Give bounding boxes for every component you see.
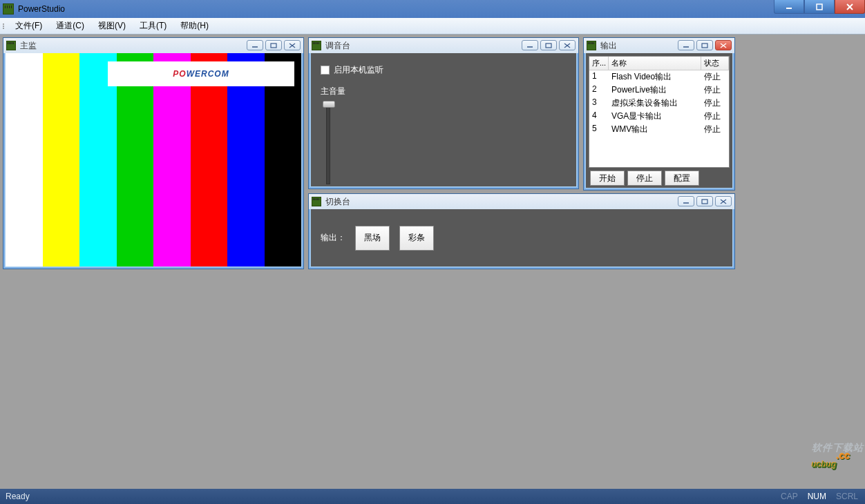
output-label: 输出：: [321, 232, 345, 244]
statusbar: Ready CAP NUM SCRL: [0, 489, 865, 504]
stop-button[interactable]: 停止: [627, 171, 662, 186]
svg-rect-13: [702, 43, 707, 48]
output-titlebar[interactable]: 输出: [584, 38, 734, 53]
mixer-title: 调音台: [325, 40, 350, 52]
close-button[interactable]: [835, 0, 865, 14]
col-seq[interactable]: 序...: [589, 57, 609, 70]
clapper-icon: [587, 41, 596, 50]
col-name[interactable]: 名称: [609, 57, 701, 70]
switcher-title: 切换台: [325, 196, 350, 208]
local-listen-label: 启用本机监听: [334, 64, 383, 76]
menu-file[interactable]: 文件(F): [8, 18, 49, 34]
output-window: 输出 序... 名称 状态 1Flash Video输出停止2PowerLive…: [583, 37, 735, 191]
switcher-minimize-button[interactable]: [678, 196, 694, 206]
output-title: 输出: [600, 40, 617, 52]
output-close-button[interactable]: [715, 40, 732, 50]
menu-tools[interactable]: 工具(T): [133, 18, 173, 34]
monitor-minimize-button[interactable]: [247, 40, 263, 50]
mixer-close-button[interactable]: [559, 40, 576, 50]
local-listen-checkbox[interactable]: [321, 66, 330, 75]
app-icon: [3, 3, 14, 14]
menu-channel[interactable]: 通道(C): [49, 18, 91, 34]
clapper-icon: [6, 41, 16, 50]
monitor-maximize-button[interactable]: [265, 40, 282, 50]
color-bar: [6, 53, 43, 266]
switcher-window: 切换台 输出： 黑场 彩条: [308, 193, 735, 269]
powercom-logo: POWERCOM: [108, 61, 294, 86]
logo-part-2: WERCOM: [187, 69, 229, 79]
svg-rect-1: [817, 4, 822, 10]
menu-view[interactable]: 视图(V): [91, 18, 133, 34]
output-row[interactable]: 5WMV输出停止: [589, 123, 729, 136]
window-controls: [774, 0, 865, 14]
clapper-icon: [312, 197, 321, 206]
app-title: PowerStudio: [18, 4, 65, 14]
output-body: 序... 名称 状态 1Flash Video输出停止2PowerLive输出停…: [586, 53, 732, 188]
status-cap: CAP: [781, 492, 798, 501]
switcher-close-button[interactable]: [715, 196, 732, 206]
mixer-maximize-button[interactable]: [540, 40, 557, 50]
watermark-small: 软件下载站: [812, 442, 864, 454]
bars-button[interactable]: 彩条: [399, 226, 434, 251]
col-status[interactable]: 状态: [701, 57, 729, 70]
monitor-title: 主监: [20, 40, 37, 52]
logo-part-1: PO: [173, 69, 186, 79]
output-row[interactable]: 2PowerLive输出停止: [589, 84, 729, 97]
mixer-window: 调音台 启用本机监听 主音量: [308, 37, 579, 189]
switcher-titlebar[interactable]: 切换台: [309, 194, 734, 209]
menu-help[interactable]: 帮助(H): [173, 18, 216, 34]
output-row[interactable]: 1Flash Video输出停止: [589, 70, 729, 84]
mixer-minimize-button[interactable]: [522, 40, 538, 50]
color-bar: [43, 53, 80, 266]
monitor-body: POWERCOM: [6, 53, 301, 266]
master-volume-slider-track[interactable]: [326, 101, 330, 184]
switcher-maximize-button[interactable]: [696, 196, 713, 206]
black-button[interactable]: 黑场: [355, 226, 390, 251]
output-row[interactable]: 4VGA显卡输出停止: [589, 110, 729, 123]
output-row[interactable]: 3虚拟采集设备输出停止: [589, 97, 729, 110]
mixer-titlebar[interactable]: 调音台: [309, 38, 578, 53]
output-maximize-button[interactable]: [696, 40, 713, 50]
output-buttons: 开始 停止 配置: [589, 168, 730, 186]
menubar: 文件(F) 通道(C) 视图(V) 工具(T) 帮助(H): [0, 18, 865, 35]
mixer-body: 启用本机监听 主音量: [311, 53, 576, 186]
config-button[interactable]: 配置: [665, 171, 699, 186]
mdi-area: 主监 POWERCOM 调音台: [0, 35, 865, 489]
output-minimize-button[interactable]: [678, 40, 694, 50]
output-list[interactable]: 序... 名称 状态 1Flash Video输出停止2PowerLive输出停…: [589, 56, 730, 168]
switcher-body: 输出： 黑场 彩条: [311, 209, 732, 266]
status-scrl: SCRL: [836, 492, 858, 501]
watermark-main: ucbug.cc: [812, 460, 850, 469]
menubar-grip: [3, 23, 4, 29]
monitor-close-button[interactable]: [284, 40, 301, 50]
output-list-header: 序... 名称 状态: [589, 57, 729, 70]
monitor-titlebar[interactable]: 主监: [3, 38, 303, 53]
maximize-button[interactable]: [804, 0, 835, 14]
status-ready: Ready: [6, 492, 30, 501]
clapper-icon: [312, 41, 321, 50]
status-num: NUM: [808, 492, 826, 501]
svg-rect-17: [702, 200, 707, 204]
svg-rect-9: [546, 43, 551, 48]
main-titlebar: PowerStudio: [0, 0, 865, 18]
master-volume-slider-thumb[interactable]: [323, 101, 335, 108]
watermark: 软件下载站 ucbug.cc: [812, 442, 864, 472]
start-button[interactable]: 开始: [590, 171, 625, 186]
monitor-window: 主监 POWERCOM: [3, 37, 304, 269]
minimize-button[interactable]: [774, 0, 804, 14]
master-volume-label: 主音量: [321, 86, 567, 97]
local-listen-row: 启用本机监听: [321, 64, 567, 76]
svg-rect-5: [271, 43, 276, 48]
